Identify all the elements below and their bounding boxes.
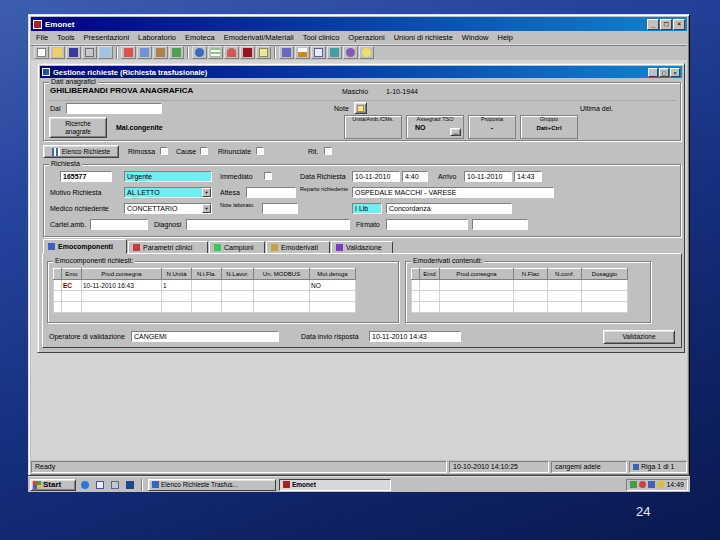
tray-volume-icon[interactable] xyxy=(648,481,655,488)
task-elenco-richieste[interactable]: Elenco Richieste Trasfus... xyxy=(148,479,276,491)
medico-richiedente-select[interactable]: CONCETTARIO ▼ xyxy=(124,203,212,214)
status-bar: Ready 10-10-2010 14:10:25 cangemi adele … xyxy=(31,460,687,473)
rit-checkbox[interactable] xyxy=(324,147,332,155)
toolbar-print-icon[interactable] xyxy=(82,46,97,59)
attesa-field[interactable] xyxy=(246,187,296,198)
quicklaunch-browser-icon[interactable] xyxy=(79,479,91,490)
col-un-modbus: Un. MODBUS xyxy=(254,269,310,280)
menu-emoderivati[interactable]: Emoderivati/Materiali xyxy=(224,33,294,42)
minimize-icon[interactable]: _ xyxy=(647,19,659,30)
close-icon[interactable]: × xyxy=(673,19,685,30)
firmato-field-2[interactable] xyxy=(472,219,528,230)
patient-sex: Maschio xyxy=(342,88,368,96)
toolbar-print-preview-icon[interactable] xyxy=(98,46,113,59)
toolbar-settings-icon[interactable] xyxy=(343,46,358,59)
toolbar-patient-icon[interactable] xyxy=(224,46,239,59)
emoderivati-table[interactable]: Emd Prod.consegna N.Flac N.conf. Dosaggi… xyxy=(411,268,628,313)
toolbar-copy-icon[interactable] xyxy=(137,46,152,59)
numero-richiesta-field[interactable]: 165577 xyxy=(60,171,112,182)
menu-presentazioni[interactable]: Presentazioni xyxy=(84,33,129,42)
cause-checkbox[interactable] xyxy=(200,147,208,155)
cartella-field[interactable] xyxy=(90,219,148,230)
tray-antivirus-icon[interactable] xyxy=(639,481,646,488)
validazione-icon xyxy=(336,244,343,251)
data-invio-risposta-field[interactable]: 10-11-2010 14:43 xyxy=(369,331,461,342)
maximize-icon[interactable]: □ xyxy=(660,19,672,30)
validazione-button[interactable]: Validazione xyxy=(603,330,675,344)
row-selector[interactable] xyxy=(54,280,62,291)
tab-emocomponenti[interactable]: Emocomponenti xyxy=(43,239,127,254)
child-titlebar[interactable]: Gestione richieste (Richiesta trasfusion… xyxy=(40,66,682,78)
menu-unioni-richieste[interactable]: Unioni di richieste xyxy=(394,33,453,42)
toolbar-blood-unit-icon[interactable] xyxy=(240,46,255,59)
toolbar-search-icon[interactable] xyxy=(192,46,207,59)
menu-operazioni[interactable]: Operazioni xyxy=(348,33,384,42)
elenco-richieste-button[interactable]: Elenco Richieste xyxy=(43,145,119,158)
tray-app-icon[interactable] xyxy=(657,481,664,488)
toolbar-lab-icon[interactable] xyxy=(256,46,271,59)
diagnosi-field[interactable] xyxy=(186,219,350,230)
menu-emoteca[interactable]: Emoteca xyxy=(185,33,215,42)
menu-tool-clinico[interactable]: Tool clinico xyxy=(303,33,340,42)
quicklaunch-desktop-icon[interactable] xyxy=(109,479,121,490)
window-titlebar[interactable]: Emonet _ □ × xyxy=(31,17,687,31)
emocomponenti-icon xyxy=(48,243,55,250)
child-restore-icon[interactable]: □ xyxy=(659,68,669,77)
ricerche-anagrafe-button[interactable]: Ricerche anagrafe xyxy=(49,117,107,138)
windows-logo-icon xyxy=(33,481,41,489)
toolbar-new-icon[interactable] xyxy=(34,46,49,59)
menu-window[interactable]: Window xyxy=(462,33,489,42)
child-close-icon[interactable]: × xyxy=(670,68,680,77)
toolbar-calendar-icon[interactable] xyxy=(327,46,342,59)
medico-richiedente-label: Medico richiedente xyxy=(50,205,109,213)
toolbar-mail-icon[interactable] xyxy=(311,46,326,59)
tipo-field[interactable]: I Lib xyxy=(352,203,382,214)
menu-help[interactable]: Help xyxy=(498,33,513,42)
toolbar-chart-icon[interactable] xyxy=(295,46,310,59)
quicklaunch-mail-icon[interactable] xyxy=(94,479,106,490)
table-row[interactable]: EC 10-11-2010 16:43 1 NO xyxy=(54,280,356,291)
child-window-title: Gestione richieste (Richiesta trasfusion… xyxy=(53,68,647,77)
reparto-field[interactable]: OSPEDALE MACCHI - VARESE xyxy=(352,187,554,198)
child-minimize-icon[interactable]: _ xyxy=(648,68,658,77)
start-button[interactable]: Start xyxy=(30,479,76,491)
emoderivati-contenuti-group: Emoderivati contenuti: Emd Prod.consegna… xyxy=(405,261,651,323)
toolbar-undo-icon[interactable] xyxy=(169,46,184,59)
menu-laboratorio[interactable]: Laboratorio xyxy=(138,33,176,42)
motivo-richiesta-select[interactable]: AL LETTO ▼ xyxy=(124,187,212,198)
operatore-validazione-field[interactable]: CANGEMI xyxy=(131,331,279,342)
menu-file[interactable]: File xyxy=(36,33,48,42)
assegnaz-more-button[interactable]: ... xyxy=(450,128,461,136)
rimossa-checkbox[interactable] xyxy=(160,147,168,155)
toolbar-save-icon[interactable] xyxy=(66,46,81,59)
data-richiesta-field[interactable]: 10-11-2010 xyxy=(352,171,400,182)
concordanza-field[interactable]: Concordanza xyxy=(386,203,512,214)
motivo-richiesta-label: Motivo Richiesta xyxy=(50,189,101,197)
toolbar-help-icon[interactable] xyxy=(359,46,374,59)
arrivo-label: Arrivo xyxy=(438,173,456,181)
rinunciate-checkbox[interactable] xyxy=(256,147,264,155)
toolbar-report-icon[interactable] xyxy=(279,46,294,59)
ora-richiesta-field[interactable]: 4:40 xyxy=(402,171,428,182)
note-button[interactable] xyxy=(354,102,367,114)
task-emonet[interactable]: Emonet xyxy=(279,479,391,491)
reparto-label: Reparto richiedente xyxy=(300,186,350,192)
dal-field[interactable] xyxy=(66,103,162,114)
toolbar-open-icon[interactable] xyxy=(50,46,65,59)
toolbar-paste-icon[interactable] xyxy=(153,46,168,59)
note-laboratorio-field[interactable] xyxy=(262,203,298,214)
toolbar-cut-icon[interactable] xyxy=(121,46,136,59)
immediato-checkbox[interactable] xyxy=(264,172,272,180)
toolbar-list-icon[interactable] xyxy=(208,46,223,59)
chevron-down-icon[interactable]: ▼ xyxy=(202,204,211,213)
ora-arrivo-field[interactable]: 14:43 xyxy=(514,171,542,182)
tray-network-icon[interactable] xyxy=(630,481,637,488)
menu-tools[interactable]: Tools xyxy=(57,33,75,42)
data-arrivo-field[interactable]: 10-11-2010 xyxy=(464,171,512,182)
urgenza-field[interactable]: Urgente xyxy=(124,171,212,182)
firmato-field[interactable] xyxy=(386,219,468,230)
emocomponenti-table[interactable]: Emo Prod.consegna N.Unità N.i.Fla. N.Lav… xyxy=(53,268,356,313)
quicklaunch-channels-icon[interactable] xyxy=(124,479,136,490)
menu-bar: File Tools Presentazioni Laboratorio Emo… xyxy=(31,31,687,44)
chevron-down-icon[interactable]: ▼ xyxy=(202,188,211,197)
